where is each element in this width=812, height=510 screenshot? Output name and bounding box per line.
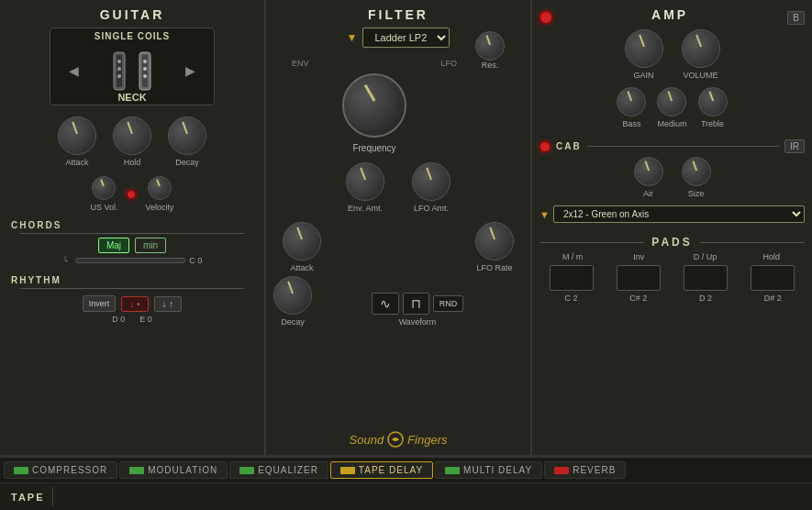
pad-d2-note: D 2 — [699, 294, 712, 303]
reverb-indicator — [554, 467, 569, 474]
hold-knob[interactable] — [113, 116, 151, 155]
treble-knob[interactable] — [698, 87, 728, 116]
cab-dropdown-arrow: ▼ — [539, 209, 550, 220]
pad-d2-group: D 2 — [684, 265, 728, 303]
air-knob[interactable] — [634, 157, 663, 186]
pad-ds2-note: D# 2 — [764, 294, 782, 303]
multi-delay-label: MULTI DELAY — [463, 465, 532, 475]
pad-c2-button[interactable] — [550, 265, 594, 291]
env-label: ENV — [292, 59, 309, 68]
cab-power-button[interactable] — [539, 141, 551, 152]
invert-button[interactable]: Invert — [83, 295, 117, 312]
maj-button[interactable]: Maj — [98, 238, 129, 253]
min-button[interactable]: min — [135, 238, 166, 253]
lfo-rate-group: LFO Rate — [475, 222, 514, 272]
us-vol-knob[interactable] — [92, 176, 116, 200]
vol-vel-row: US Vol. Velocity — [90, 176, 173, 212]
tab-multi-delay[interactable]: MULTI DELAY — [435, 461, 542, 479]
filter-decay-knob[interactable] — [273, 276, 312, 315]
tab-reverb[interactable]: REVERB — [544, 461, 626, 479]
frequency-area: ENV LFO Frequency — [292, 59, 457, 153]
pad-ds2-group: D# 2 — [751, 265, 795, 303]
cab-knob-row: Air Size — [539, 157, 805, 198]
size-group: Size — [682, 157, 711, 198]
pickup-next-button[interactable]: ▶ — [182, 61, 199, 80]
filter-title: FILTER — [368, 7, 428, 22]
attack-label: Attack — [65, 158, 88, 167]
tab-modulation[interactable]: MODULATION — [119, 461, 228, 479]
pad-cs2-button[interactable] — [617, 265, 661, 291]
pad-col-hold: Hold — [749, 252, 795, 261]
tab-compressor[interactable]: COMPRESSOR — [4, 461, 117, 479]
us-vol-group: US Vol. — [90, 176, 117, 212]
lfo-amt-knob[interactable] — [412, 162, 450, 201]
pickup-position-label: NECK — [117, 92, 146, 103]
pads-section: PADS M / m Inv D / Up Hold C 2 — [539, 236, 805, 303]
bass-knob[interactable] — [617, 87, 646, 116]
gain-knob[interactable] — [625, 29, 663, 68]
medium-label: Medium — [657, 119, 686, 128]
cab-header: CAB IR — [539, 139, 805, 153]
pad-c2-note: C 2 — [565, 294, 578, 303]
equalizer-indicator — [239, 467, 254, 474]
bottom-tabs: COMPRESSOR MODULATION EQUALIZER TAPE DEL… — [0, 457, 812, 482]
chords-row: Maj min — [98, 238, 166, 253]
volume-knob[interactable] — [682, 29, 720, 68]
treble-group: Treble — [698, 87, 728, 128]
filter-type-select[interactable]: Ladder LP2 — [362, 28, 450, 48]
fingers-label: Fingers — [407, 433, 447, 447]
chord-slider[interactable] — [75, 258, 185, 263]
pad-c2-group: C 2 — [550, 265, 594, 303]
wave-square-button[interactable]: ⊓ — [403, 293, 429, 315]
filter-center-area: ENV LFO Frequency Res. — [273, 59, 523, 153]
lfo-rate-knob[interactable] — [475, 222, 514, 261]
pad-d2-button[interactable] — [684, 265, 728, 291]
guitar-pickup-area: SINGLE COILS ◀ — [50, 28, 215, 105]
rhythm-up-button[interactable]: ↓ ↑ — [154, 296, 183, 312]
pickup-type-label: SINGLE COILS — [95, 31, 171, 41]
chord-slider-row: └ C 0 — [62, 256, 202, 265]
frequency-label: Frequency — [352, 143, 395, 153]
us-vol-label: US Vol. — [90, 203, 117, 212]
amp-power-button[interactable] — [539, 11, 552, 24]
pad-ds2-button[interactable] — [751, 265, 795, 291]
svg-point-8 — [143, 67, 147, 71]
tape-section: TAPE — [0, 482, 812, 510]
decay-knob[interactable] — [168, 116, 206, 155]
modulation-indicator — [129, 467, 144, 474]
filter-attack-label: Attack — [290, 263, 313, 272]
led-indicator — [127, 190, 136, 199]
svg-point-9 — [143, 74, 147, 78]
pad-col-inv: Inv — [616, 252, 662, 261]
tab-tape-delay[interactable]: TAPE DELAY — [330, 461, 433, 479]
filter-attack-group: Attack — [283, 222, 321, 272]
attack-knob[interactable] — [58, 116, 96, 155]
pickup-svg-1 — [110, 50, 128, 92]
velocity-label: Velocity — [145, 203, 173, 212]
size-knob[interactable] — [682, 157, 711, 186]
air-group: Air — [634, 157, 663, 198]
velocity-group: Velocity — [145, 176, 173, 212]
cab-model-select[interactable]: 2x12 - Green on Axis — [553, 205, 805, 223]
pickup-prev-button[interactable]: ◀ — [65, 61, 83, 80]
frequency-knob[interactable] — [342, 73, 406, 138]
decay-label: Decay — [175, 158, 199, 167]
tape-label: TAPE — [11, 492, 45, 503]
resonance-area: Res. — [475, 31, 505, 70]
rhythm-down-button[interactable]: ↓ • — [121, 296, 148, 312]
res-knob[interactable] — [475, 31, 505, 61]
b-badge: B — [787, 11, 805, 25]
rnd-button[interactable]: RND — [433, 295, 464, 312]
bass-label: Bass — [622, 119, 640, 128]
guitar-panel: GUITAR SINGLE COILS ◀ — [0, 0, 266, 455]
velocity-knob[interactable] — [148, 176, 172, 200]
filter-attack-knob[interactable] — [283, 222, 321, 261]
medium-knob[interactable] — [657, 87, 686, 116]
lfo-amt-label: LFO Amt. — [414, 204, 449, 213]
compressor-indicator — [14, 467, 28, 474]
wave-sine-button[interactable]: ∿ — [372, 293, 399, 315]
env-amt-knob[interactable] — [346, 162, 384, 201]
amp-title: AMP — [651, 7, 688, 22]
ir-badge: IR — [784, 139, 805, 153]
tab-equalizer[interactable]: EQUALIZER — [229, 461, 328, 479]
